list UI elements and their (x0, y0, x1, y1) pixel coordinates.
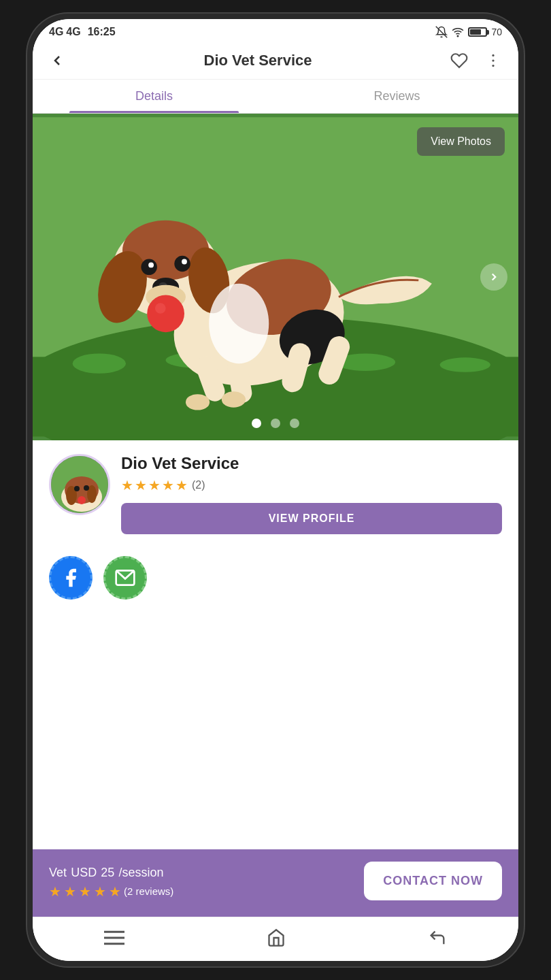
menu-icon (104, 930, 124, 946)
bottom-stars: ★ ★ ★ ★ ★ (2 reviews) (49, 883, 173, 900)
svg-point-19 (141, 259, 156, 275)
status-network-time: 4G 4G 16:25 (49, 26, 116, 38)
view-profile-button[interactable]: VIEW PROFILE (121, 503, 502, 534)
bottom-star-5: ★ (109, 883, 121, 900)
bottom-star-2: ★ (64, 883, 76, 900)
view-photos-button[interactable]: View Photos (417, 127, 505, 156)
svg-line-0 (436, 27, 448, 38)
rating-row: ★ ★ ★ ★ ★ (2) (121, 477, 502, 493)
network2-label: 4G (66, 26, 80, 38)
battery-icon (468, 27, 487, 37)
battery-percent: 70 (491, 27, 502, 37)
status-time: 16:25 (88, 26, 116, 38)
bottom-star-4: ★ (94, 883, 106, 900)
svg-point-2 (492, 54, 494, 56)
main-content: View Photos (33, 114, 518, 849)
battery-fill (470, 29, 480, 35)
star-2: ★ (135, 477, 147, 493)
facebook-icon (60, 567, 82, 589)
back-button[interactable] (46, 50, 68, 71)
price-text: Vet USD 25 /session (49, 863, 173, 881)
svg-point-21 (148, 262, 154, 267)
email-icon (114, 567, 136, 589)
svg-point-34 (222, 391, 246, 407)
phone-frame: 4G 4G 16:25 (27, 14, 524, 966)
back-nav-icon (428, 928, 447, 947)
category-label: Vet (49, 866, 67, 879)
service-info: Dio Vet Service ★ ★ ★ ★ ★ (2) VIEW PROFI… (33, 440, 518, 545)
header-icons (448, 49, 505, 72)
svg-point-26 (147, 295, 184, 332)
dot-1[interactable] (252, 419, 261, 428)
slider-next-button[interactable] (480, 263, 507, 291)
wifi-icon (452, 26, 464, 38)
dog-image (33, 114, 518, 440)
nav-back-button[interactable] (428, 928, 447, 947)
app-header: Dio Vet Service (33, 42, 518, 80)
image-slider: View Photos (33, 114, 518, 440)
svg-point-38 (78, 496, 86, 504)
star-rating: ★ ★ ★ ★ ★ (121, 477, 188, 493)
service-details: Dio Vet Service ★ ★ ★ ★ ★ (2) VIEW PROFI… (121, 454, 502, 534)
phone-screen: 4G 4G 16:25 (33, 19, 518, 961)
svg-point-33 (186, 394, 210, 410)
service-avatar (49, 454, 110, 515)
star-half: ★ (176, 477, 188, 493)
svg-point-41 (74, 486, 80, 491)
svg-point-27 (155, 303, 166, 314)
svg-point-3 (492, 59, 494, 61)
nav-home-button[interactable] (267, 928, 286, 947)
review-count: (2) (192, 479, 205, 491)
more-button[interactable] (482, 49, 505, 72)
network1-label: 4G (49, 26, 63, 38)
contact-now-button[interactable]: CONTACT NOW (364, 862, 502, 900)
battery-tip (487, 30, 489, 35)
email-icon-button[interactable] (103, 556, 147, 600)
per-session-label: /session (118, 866, 163, 879)
svg-point-11 (440, 357, 490, 372)
star-1: ★ (121, 477, 133, 493)
dot-3[interactable] (290, 419, 299, 428)
facebook-icon-button[interactable] (49, 556, 93, 600)
svg-point-8 (73, 353, 126, 373)
tabs-bar: Details Reviews (33, 80, 518, 114)
star-3: ★ (148, 477, 161, 493)
header-title: Dio Vet Service (204, 52, 312, 69)
bottom-action-bar: Vet USD 25 /session ★ ★ ★ ★ ★ (2 reviews… (33, 849, 518, 917)
social-section (33, 545, 518, 610)
status-icons: 70 (435, 26, 502, 38)
nav-menu-button[interactable] (104, 930, 124, 946)
service-name: Dio Vet Service (121, 454, 502, 473)
svg-point-20 (174, 256, 190, 272)
svg-point-1 (458, 35, 459, 37)
tab-reviews[interactable]: Reviews (276, 80, 518, 113)
bottom-star-1: ★ (49, 883, 61, 900)
bottom-review-count: (2 reviews) (124, 885, 173, 897)
svg-point-4 (492, 65, 494, 67)
star-4: ★ (162, 477, 174, 493)
home-icon (267, 928, 286, 947)
slider-dots (252, 419, 299, 428)
tab-details[interactable]: Details (33, 80, 276, 113)
svg-point-32 (209, 284, 269, 363)
nav-bar (33, 917, 518, 961)
currency-label: USD (71, 866, 97, 879)
bell-muted-icon (435, 26, 448, 38)
price-section: Vet USD 25 /session ★ ★ ★ ★ ★ (2 reviews… (49, 863, 173, 900)
bottom-star-3: ★ (79, 883, 91, 900)
dot-2[interactable] (271, 419, 280, 428)
favorite-button[interactable] (448, 49, 471, 72)
status-bar: 4G 4G 16:25 (33, 19, 518, 42)
price-amount: 25 (101, 866, 114, 879)
svg-point-42 (84, 485, 89, 491)
svg-point-22 (182, 259, 187, 265)
